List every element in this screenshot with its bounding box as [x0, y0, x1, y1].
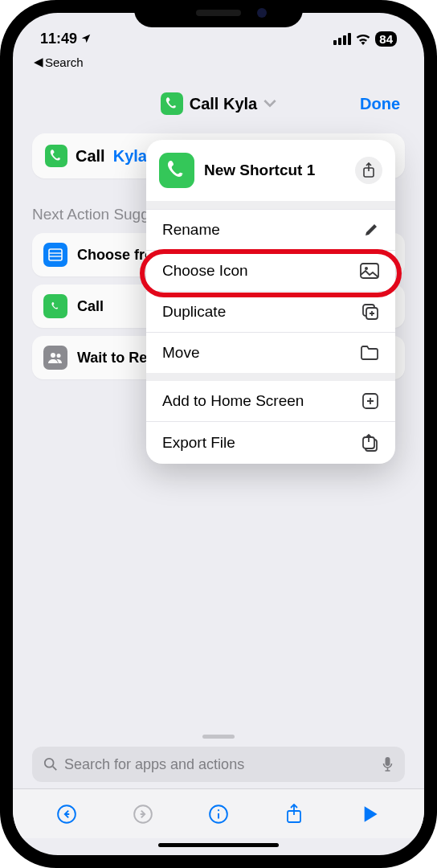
shortcut-name: New Shortcut 1	[204, 162, 345, 179]
phone-app-icon	[159, 153, 194, 188]
plus-square-icon	[361, 392, 379, 410]
menu-label: Duplicate	[162, 303, 226, 321]
clock: 11:49	[40, 31, 77, 47]
cell-signal-icon	[333, 33, 351, 45]
menu-export-file[interactable]: Export File	[146, 421, 395, 464]
phone-frame: 11:49 84 ◀ Search Call Kyla Done	[0, 0, 437, 868]
back-to-search[interactable]: ◀ Search	[34, 55, 84, 69]
duplicate-icon	[361, 303, 379, 321]
photo-icon	[360, 263, 379, 279]
screen: 11:49 84 ◀ Search Call Kyla Done	[13, 13, 424, 855]
status-right: 84	[333, 31, 397, 47]
chevron-left-icon: ◀	[34, 55, 43, 69]
wifi-icon	[355, 33, 371, 45]
front-camera	[257, 8, 267, 18]
menu-rename[interactable]: Rename	[146, 209, 395, 250]
folder-icon	[360, 345, 379, 361]
menu-label: Export File	[162, 434, 235, 452]
menu-move[interactable]: Move	[146, 332, 395, 373]
svg-point-19	[365, 267, 368, 270]
export-icon	[361, 433, 379, 452]
separator	[146, 201, 395, 209]
svg-rect-16	[159, 153, 194, 188]
status-left: 11:49	[40, 31, 92, 47]
menu-label: Choose Icon	[162, 262, 248, 280]
battery-indicator: 84	[375, 31, 397, 47]
battery-percent: 84	[379, 32, 393, 46]
pencil-icon	[363, 222, 379, 238]
share-icon	[362, 162, 375, 178]
back-label: Search	[45, 55, 84, 69]
shortcut-context-menu: New Shortcut 1 Rename Choose Icon Dupli	[146, 140, 395, 464]
menu-duplicate[interactable]: Duplicate	[146, 291, 395, 332]
menu-add-home[interactable]: Add to Home Screen	[146, 381, 395, 421]
share-shortcut-button[interactable]	[355, 157, 382, 184]
menu-label: Move	[162, 344, 199, 362]
menu-choose-icon[interactable]: Choose Icon	[146, 250, 395, 291]
menu-label: Rename	[162, 221, 220, 239]
earpiece	[196, 10, 241, 16]
separator	[146, 373, 395, 381]
status-bar: 11:49 84	[13, 23, 424, 55]
popover-header: New Shortcut 1	[146, 140, 395, 201]
menu-label: Add to Home Screen	[162, 392, 304, 410]
location-icon	[80, 32, 92, 45]
